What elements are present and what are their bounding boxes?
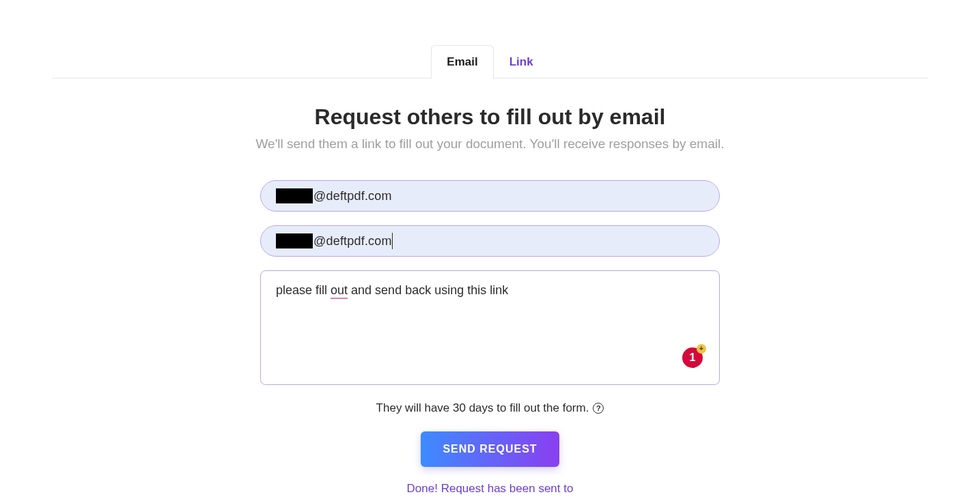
message-text-underlined: out — [331, 283, 348, 299]
message-textarea[interactable]: please fill out and send back using this… — [260, 270, 720, 385]
tab-email[interactable]: Email — [431, 45, 493, 79]
tabs-bar: Email Link — [52, 44, 928, 79]
email-suffix-2: @deftpdf.com — [313, 234, 392, 248]
message-text-post: and send back using this link — [348, 283, 508, 297]
content-area: Request others to fill out by email We'l… — [0, 79, 980, 496]
page-subtitle: We'll send them a link to fill out your … — [256, 137, 725, 152]
redacted-block — [276, 233, 313, 248]
redacted-block — [276, 188, 313, 203]
form-area: @deftpdf.com @deftpdf.com please fill ou… — [260, 180, 720, 496]
notification-badge[interactable]: 1 + — [682, 347, 703, 368]
expiry-note: They will have 30 days to fill out the f… — [376, 401, 604, 415]
email-suffix-1: @deftpdf.com — [313, 189, 392, 203]
page-container: Email Link Request others to fill out by… — [0, 0, 980, 496]
message-text-pre: please fill — [276, 283, 331, 297]
email-input-1[interactable]: @deftpdf.com — [260, 180, 720, 212]
status-message: Done! Request has been sent to — [407, 482, 574, 496]
note-text: They will have 30 days to fill out the f… — [376, 401, 589, 415]
tabs: Email Link — [431, 45, 548, 79]
badge-count: 1 — [690, 352, 696, 364]
text-cursor — [392, 233, 393, 249]
send-request-button[interactable]: SEND REQUEST — [421, 431, 559, 467]
tab-link[interactable]: Link — [494, 45, 549, 79]
email-input-2[interactable]: @deftpdf.com — [260, 225, 720, 257]
page-title: Request others to fill out by email — [315, 104, 666, 130]
help-icon[interactable]: ? — [593, 403, 604, 414]
plus-icon: + — [697, 344, 706, 354]
